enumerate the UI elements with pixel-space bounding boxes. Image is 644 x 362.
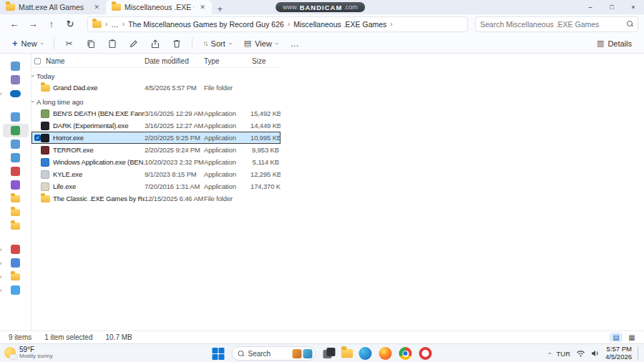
file-row[interactable]: ✓ The Classic .EXE Games by Record Guy..… bbox=[31, 192, 280, 205]
address-bar[interactable]: › … › The Miscellaneous Games by Record … bbox=[87, 16, 468, 32]
selection-count: 1 item selected bbox=[44, 333, 92, 341]
edge-icon[interactable] bbox=[359, 347, 372, 360]
chevron-right-icon[interactable]: › bbox=[0, 90, 2, 97]
column-header-size[interactable]: Size bbox=[250, 57, 280, 65]
file-name: Horror.exe bbox=[53, 134, 145, 142]
search-input[interactable] bbox=[480, 20, 627, 29]
sidebar-item-this-pc[interactable]: › bbox=[3, 256, 29, 270]
sidebar-item-documents[interactable] bbox=[3, 137, 29, 151]
chevron-right-icon[interactable]: › bbox=[0, 273, 2, 280]
sort-button[interactable]: ↑↓ Sort › bbox=[198, 37, 236, 50]
thumbnails-view-button[interactable]: ▦ bbox=[625, 333, 638, 342]
column-header-name[interactable]: Name bbox=[40, 57, 145, 65]
chevron-down-icon: › bbox=[38, 42, 45, 44]
breadcrumb-current-folder[interactable]: Miscellaneous .EXE Games bbox=[293, 20, 386, 29]
home-icon bbox=[11, 62, 20, 71]
file-row[interactable]: ✓ KYLE.exe 9/1/2023 8:15 PM Application … bbox=[31, 168, 280, 180]
task-view-button[interactable] bbox=[323, 348, 336, 360]
file-row[interactable]: ✓ Grand Dad.exe 4/5/2026 5:57 PM File fo… bbox=[31, 82, 280, 94]
copy-button[interactable] bbox=[82, 36, 100, 52]
wifi-icon[interactable] bbox=[576, 350, 585, 357]
start-button[interactable] bbox=[213, 348, 225, 360]
chevron-down-icon: › bbox=[226, 42, 233, 44]
details-view-button[interactable]: ▤ bbox=[610, 333, 623, 342]
more-options-button[interactable]: … bbox=[286, 36, 304, 52]
details-pane-button[interactable]: ▥ Details bbox=[592, 36, 637, 50]
paste-button[interactable] bbox=[103, 36, 122, 52]
search-highlight-icon[interactable] bbox=[293, 349, 302, 358]
back-button[interactable]: ← bbox=[6, 16, 23, 32]
sidebar-item-network[interactable]: › bbox=[3, 283, 29, 297]
rename-button[interactable] bbox=[125, 36, 143, 52]
delete-button[interactable] bbox=[167, 36, 186, 52]
sidebar-item-gallery[interactable] bbox=[3, 73, 29, 87]
file-row[interactable]: ✓ Windows Application.exe (BEN.EXE Pa...… bbox=[31, 156, 280, 168]
group-header[interactable]: ›A long time ago bbox=[31, 96, 280, 107]
share-button[interactable] bbox=[146, 36, 165, 52]
new-button[interactable]: + New › bbox=[7, 36, 48, 51]
language-indicator[interactable]: TUR bbox=[556, 350, 570, 358]
file-name: Grand Dad.exe bbox=[53, 84, 145, 92]
chrome-icon[interactable] bbox=[399, 347, 412, 360]
file-row[interactable]: ✓ Horror.exe 2/20/2025 9:25 PM Applicati… bbox=[31, 132, 280, 144]
minimize-button[interactable]: – bbox=[580, 0, 601, 14]
chevron-right-icon[interactable]: › bbox=[0, 287, 2, 294]
sidebar-item-desktop[interactable] bbox=[3, 110, 29, 124]
weather-widget[interactable]: 59°F Mostly sunny bbox=[4, 346, 53, 360]
up-button[interactable]: ↑ bbox=[43, 16, 60, 32]
sidebar-item-onedrive[interactable]: › bbox=[3, 87, 29, 100]
file-explorer-window: Matt.exe All Games ✕ Miscellaneous .EXE … bbox=[0, 0, 644, 362]
sidebar-item-pinned-folder-2[interactable] bbox=[3, 205, 29, 219]
volume-icon[interactable] bbox=[591, 350, 600, 357]
search-icon[interactable] bbox=[627, 21, 633, 27]
file-row[interactable]: ✓ BEN'S DEATH (BEN.EXE Fanmade Cop... 3/… bbox=[31, 107, 280, 119]
tab-matt-exe-all-games[interactable]: Matt.exe All Games ✕ bbox=[0, 0, 106, 14]
file-row[interactable]: ✓ DARK (Experimental).exe 3/16/2025 12:2… bbox=[31, 119, 280, 132]
refresh-button[interactable]: ↻ bbox=[62, 16, 79, 32]
file-row[interactable]: ✓ TERROR.exe 2/20/2025 9:24 PM Applicati… bbox=[31, 144, 280, 156]
close-button[interactable]: × bbox=[623, 0, 644, 14]
search-box[interactable] bbox=[475, 16, 638, 32]
file-size: 5,114 KB bbox=[250, 158, 280, 166]
file-row[interactable]: ✓ Life.exe 7/20/2016 1:31 AM Application… bbox=[31, 180, 280, 192]
opera-icon[interactable] bbox=[419, 347, 432, 360]
sidebar-item-recycle-bin[interactable]: › bbox=[3, 243, 29, 256]
chevron-down-icon[interactable]: › bbox=[29, 101, 36, 103]
column-header-date-modified[interactable]: Date modified bbox=[145, 57, 204, 65]
hidden-icons-chevron[interactable]: › bbox=[546, 353, 553, 355]
chevron-right-icon[interactable]: › bbox=[0, 246, 2, 253]
sort-ascending-icon: › bbox=[170, 54, 172, 61]
group-label: Today bbox=[36, 72, 54, 80]
file-size: 174,370 KB bbox=[250, 182, 280, 190]
close-icon[interactable]: ✕ bbox=[197, 4, 208, 11]
sidebar-item-music[interactable] bbox=[3, 165, 29, 178]
view-button[interactable]: ▤ View › bbox=[239, 36, 283, 50]
breadcrumb-ellipsis[interactable]: … bbox=[111, 20, 119, 29]
firefox-icon[interactable] bbox=[379, 347, 392, 360]
close-icon[interactable]: ✕ bbox=[92, 4, 102, 11]
sidebar-item-pictures[interactable] bbox=[3, 151, 29, 165]
sidebar-item-downloads[interactable] bbox=[3, 124, 29, 137]
new-tab-button[interactable]: + bbox=[212, 4, 228, 14]
sidebar-item-videos[interactable] bbox=[3, 178, 29, 192]
sidebar-item-pinned-folder-3[interactable] bbox=[3, 219, 29, 233]
forward-button[interactable]: → bbox=[24, 16, 42, 32]
column-header-type[interactable]: Type bbox=[204, 57, 250, 65]
file-explorer-taskbar-icon[interactable] bbox=[341, 349, 353, 358]
taskbar-search-box[interactable]: Search bbox=[232, 346, 316, 361]
search-highlight-icon[interactable] bbox=[303, 349, 313, 358]
file-date-modified: 7/20/2016 1:31 AM bbox=[145, 182, 204, 190]
chevron-right-icon[interactable]: › bbox=[0, 260, 2, 267]
breadcrumb-parent-folder[interactable]: The Miscellaneous Games by Record Guy 62… bbox=[128, 20, 284, 29]
row-checkbox[interactable]: ✓ bbox=[34, 134, 41, 141]
sidebar-item-pinned-folder-1[interactable] bbox=[3, 192, 29, 205]
chevron-down-icon[interactable]: › bbox=[29, 75, 36, 77]
cut-button[interactable]: ✂ bbox=[60, 36, 79, 52]
show-desktop-button[interactable] bbox=[638, 346, 640, 361]
tab-miscellaneous-exe-games[interactable]: Miscellaneous .EXE Games ✕ bbox=[106, 0, 212, 14]
sidebar-item-home[interactable] bbox=[3, 59, 29, 73]
maximize-button[interactable]: □ bbox=[601, 0, 623, 14]
group-header[interactable]: ›Today bbox=[31, 70, 280, 82]
sidebar-item-libraries[interactable]: › bbox=[3, 270, 29, 283]
clock[interactable]: 5:57 PM 4/5/2026 bbox=[605, 346, 632, 361]
